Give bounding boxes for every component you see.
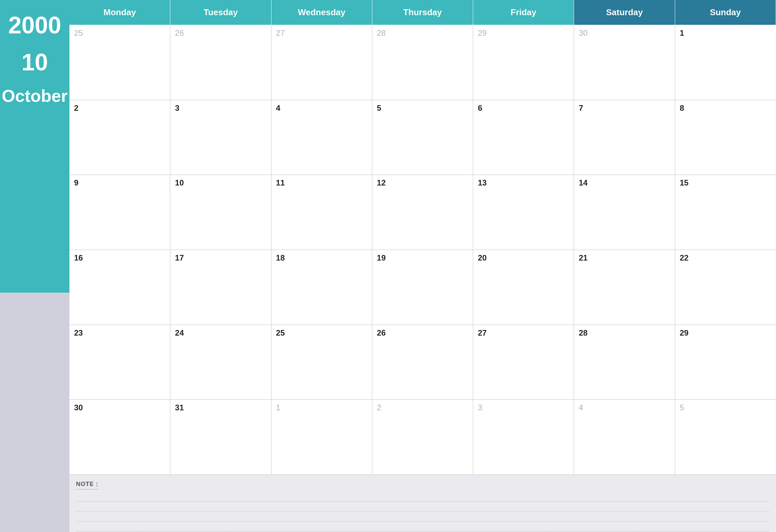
day-cell: 26 (170, 25, 271, 100)
day-cell: 5 (372, 100, 473, 175)
day-number: 1 (276, 403, 367, 412)
day-number: 19 (377, 253, 468, 262)
notes-section: NOTE : (69, 475, 776, 532)
page: 2000 10 October MondayTuesdayWednesdayTh… (0, 0, 776, 532)
day-number: 2 (74, 104, 165, 113)
day-cell: 2 (372, 400, 473, 475)
day-number: 5 (680, 403, 771, 412)
header-cell-friday: Friday (473, 0, 574, 25)
day-cell: 18 (271, 250, 372, 325)
day-cell: 10 (170, 175, 271, 249)
day-cell: 23 (69, 325, 170, 400)
week-row-3: 9101112131415 (69, 175, 776, 250)
main-content: MondayTuesdayWednesdayThursdayFridaySatu… (69, 0, 776, 532)
note-line (76, 492, 769, 502)
day-cell: 9 (69, 175, 170, 249)
sidebar-month-name: October (2, 87, 67, 105)
day-cell: 6 (473, 100, 574, 175)
day-number: 21 (579, 253, 670, 262)
note-line (76, 512, 769, 521)
header-cell-sunday: Sunday (675, 0, 776, 25)
day-number: 28 (579, 328, 670, 338)
day-cell: 26 (372, 325, 473, 400)
day-number: 1 (680, 28, 771, 38)
day-cell: 14 (574, 175, 675, 249)
day-cell: 8 (675, 100, 776, 175)
day-cell: 20 (473, 250, 574, 325)
note-line (76, 502, 769, 512)
day-cell: 17 (170, 250, 271, 325)
day-cell: 4 (574, 400, 675, 475)
sidebar: 2000 10 October (0, 0, 69, 532)
day-number: 26 (377, 328, 468, 338)
calendar-grid: MondayTuesdayWednesdayThursdayFridaySatu… (69, 0, 776, 475)
note-line (76, 522, 769, 531)
day-cell: 12 (372, 175, 473, 249)
day-cell: 30 (69, 400, 170, 475)
day-cell: 1 (675, 25, 776, 100)
day-number: 13 (478, 178, 569, 187)
day-number: 2 (377, 403, 468, 412)
day-cell: 3 (473, 400, 574, 475)
day-number: 17 (175, 253, 266, 262)
day-cell: 27 (473, 325, 574, 400)
weeks-container: 2526272829301234567891011121314151617181… (69, 25, 776, 475)
sidebar-year: 2000 (8, 13, 61, 37)
day-cell: 29 (473, 25, 574, 100)
day-number: 23 (74, 328, 165, 338)
day-cell: 3 (170, 100, 271, 175)
note-label: NOTE : (76, 481, 98, 490)
header-cell-saturday: Saturday (574, 0, 675, 25)
day-number: 29 (680, 328, 771, 338)
day-number: 4 (276, 104, 367, 113)
day-cell: 22 (675, 250, 776, 325)
day-cell: 15 (675, 175, 776, 249)
day-number: 5 (377, 104, 468, 113)
day-number: 30 (74, 403, 165, 412)
day-number: 31 (175, 403, 266, 412)
week-row-1: 2526272829301 (69, 25, 776, 100)
header-cell-tuesday: Tuesday (170, 0, 271, 25)
day-number: 6 (478, 104, 569, 113)
day-number: 8 (680, 104, 771, 113)
header-cell-monday: Monday (69, 0, 170, 25)
sidebar-month-num: 10 (21, 50, 48, 74)
day-cell: 25 (271, 325, 372, 400)
day-number: 9 (74, 178, 165, 187)
day-number: 25 (276, 328, 367, 338)
day-cell: 28 (372, 25, 473, 100)
day-cell: 11 (271, 175, 372, 249)
day-number: 26 (175, 28, 266, 38)
day-number: 12 (377, 178, 468, 187)
week-row-4: 16171819202122 (69, 250, 776, 325)
day-number: 28 (377, 28, 468, 38)
day-number: 11 (276, 178, 367, 187)
day-cell: 24 (170, 325, 271, 400)
day-number: 20 (478, 253, 569, 262)
day-number: 22 (680, 253, 771, 262)
day-number: 25 (74, 28, 165, 38)
day-cell: 19 (372, 250, 473, 325)
header-cell-thursday: Thursday (372, 0, 473, 25)
day-number: 18 (276, 253, 367, 262)
day-cell: 27 (271, 25, 372, 100)
day-number: 7 (579, 104, 670, 113)
day-number: 4 (579, 403, 670, 412)
day-cell: 2 (69, 100, 170, 175)
calendar-header: MondayTuesdayWednesdayThursdayFridaySatu… (69, 0, 776, 25)
day-number: 3 (175, 104, 266, 113)
day-number: 16 (74, 253, 165, 262)
day-cell: 30 (574, 25, 675, 100)
day-cell: 31 (170, 400, 271, 475)
day-number: 30 (579, 28, 670, 38)
day-cell: 13 (473, 175, 574, 249)
day-cell: 16 (69, 250, 170, 325)
day-number: 27 (478, 328, 569, 338)
day-cell: 1 (271, 400, 372, 475)
day-number: 24 (175, 328, 266, 338)
week-row-5: 23242526272829 (69, 325, 776, 400)
day-cell: 28 (574, 325, 675, 400)
day-cell: 4 (271, 100, 372, 175)
week-row-2: 2345678 (69, 100, 776, 175)
header-cell-wednesday: Wednesday (271, 0, 372, 25)
